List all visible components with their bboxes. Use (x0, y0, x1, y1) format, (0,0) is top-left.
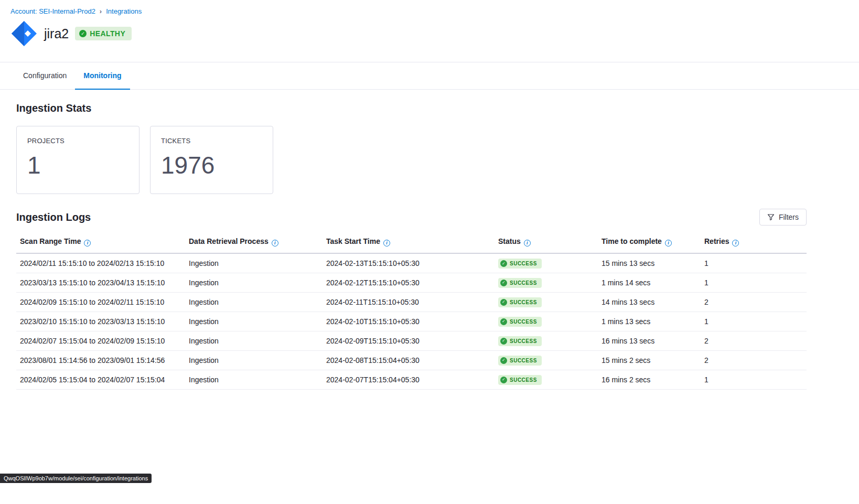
cell-time-to-complete: 16 mins 13 secs (602, 331, 704, 350)
status-badge-label: SUCCESS (510, 261, 537, 266)
cell-retries: 2 (704, 331, 807, 350)
cell-time-to-complete: 15 mins 2 secs (602, 350, 704, 370)
ingestion-logs-heading: Ingestion Logs (16, 211, 91, 223)
status-badge: ✓SUCCESS (498, 259, 542, 269)
cell-retries: 1 (704, 312, 807, 331)
check-circle-icon: ✓ (500, 377, 507, 383)
cell-task-start: 2024-02-11T15:15:10+05:30 (326, 292, 498, 312)
cell-time-to-complete: 1 mins 13 secs (602, 312, 704, 331)
health-badge-label: HEALTHY (90, 29, 125, 38)
integration-title-row: jira2 ✓ HEALTHY (10, 20, 849, 47)
page-title: jira2 (44, 26, 69, 41)
cell-process: Ingestion (189, 312, 326, 331)
tickets-stat-card: TICKETS 1976 (150, 126, 273, 194)
column-header-scan-range-time: Scan Range Timei (16, 233, 189, 253)
tab-configuration[interactable]: Configuration (15, 62, 75, 90)
check-circle-icon: ✓ (500, 357, 507, 364)
info-icon[interactable]: i (732, 240, 739, 246)
cell-process: Ingestion (189, 370, 326, 389)
status-badge-label: SUCCESS (510, 319, 537, 325)
chevron-right-icon: › (100, 7, 102, 15)
breadcrumb: Account: SEI-Internal-Prod2 › Integratio… (10, 7, 849, 15)
cell-retries: 2 (704, 292, 807, 312)
column-header-label: Time to complete (602, 237, 662, 245)
cell-time-to-complete: 16 mins 2 secs (602, 370, 704, 389)
cell-scan-range: 2024/02/11 15:15:10 to 2024/02/13 15:15:… (16, 253, 189, 273)
check-circle-icon: ✓ (500, 280, 507, 286)
cell-time-to-complete: 15 mins 13 secs (602, 253, 704, 273)
status-badge-label: SUCCESS (510, 299, 537, 305)
check-circle-icon: ✓ (500, 318, 507, 325)
cell-time-to-complete: 14 mins 13 secs (602, 292, 704, 312)
cell-scan-range: 2023/08/01 15:14:56 to 2023/09/01 15:14:… (16, 350, 189, 370)
cell-time-to-complete: 1 mins 14 secs (602, 273, 704, 292)
info-icon[interactable]: i (272, 240, 278, 246)
ingestion-stats-heading: Ingestion Stats (16, 102, 807, 114)
cell-task-start: 2024-02-09T15:15:10+05:30 (326, 331, 498, 350)
cell-status: ✓SUCCESS (498, 273, 602, 292)
check-circle-icon: ✓ (500, 338, 507, 345)
projects-stat-card: PROJECTS 1 (16, 126, 139, 194)
column-header-task-start-time: Task Start Timei (326, 233, 498, 253)
tab-monitoring[interactable]: Monitoring (75, 62, 130, 90)
cell-process: Ingestion (189, 292, 326, 312)
column-header-label: Data Retrieval Process (189, 237, 269, 245)
table-header-row: Scan Range TimeiData Retrieval ProcessiT… (16, 233, 807, 253)
url-status-bar: QwqOSlIWp9ob7w/module/sei/configuration/… (0, 474, 152, 483)
breadcrumb-integrations-link[interactable]: Integrations (106, 7, 142, 15)
log-row: 2024/02/09 15:15:10 to 2024/02/11 15:15:… (16, 292, 807, 312)
filters-button[interactable]: Filters (759, 209, 807, 226)
cell-scan-range: 2024/02/05 15:15:04 to 2024/02/07 15:15:… (16, 370, 189, 389)
status-badge: ✓SUCCESS (498, 356, 542, 366)
cell-task-start: 2024-02-12T15:15:10+05:30 (326, 273, 498, 292)
cell-retries: 2 (704, 350, 807, 370)
filters-button-label: Filters (779, 213, 799, 221)
stat-card-label: TICKETS (161, 137, 262, 145)
filter-icon (767, 213, 775, 221)
status-badge: ✓SUCCESS (498, 297, 542, 307)
status-badge-label: SUCCESS (510, 358, 537, 363)
ingestion-logs-header-row: Ingestion Logs Filters (16, 209, 807, 226)
info-icon[interactable]: i (383, 240, 390, 246)
cell-task-start: 2024-02-07T15:15:04+05:30 (326, 370, 498, 389)
log-row: 2024/02/07 15:15:04 to 2024/02/09 15:15:… (16, 331, 807, 350)
cell-retries: 1 (704, 370, 807, 389)
cell-process: Ingestion (189, 350, 326, 370)
status-badge-label: SUCCESS (510, 338, 537, 344)
cell-process: Ingestion (189, 253, 326, 273)
status-badge-label: SUCCESS (510, 377, 537, 383)
check-circle-icon: ✓ (79, 30, 87, 37)
log-row: 2023/08/01 15:14:56 to 2023/09/01 15:14:… (16, 350, 807, 370)
log-row: 2023/03/13 15:15:10 to 2023/04/13 15:15:… (16, 273, 807, 292)
stat-card-value: 1 (27, 151, 128, 179)
cell-status: ✓SUCCESS (498, 253, 602, 273)
cell-scan-range: 2024/02/07 15:15:04 to 2024/02/09 15:15:… (16, 331, 189, 350)
stat-card-value: 1976 (161, 151, 262, 179)
info-icon[interactable]: i (84, 240, 91, 246)
ingestion-stats-cards: PROJECTS 1 TICKETS 1976 (16, 126, 807, 194)
check-circle-icon: ✓ (500, 260, 507, 267)
status-badge: ✓SUCCESS (498, 317, 542, 327)
cell-status: ✓SUCCESS (498, 312, 602, 331)
stat-card-label: PROJECTS (27, 137, 128, 145)
cell-status: ✓SUCCESS (498, 370, 602, 389)
cell-scan-range: 2023/02/10 15:15:10 to 2023/03/13 15:15:… (16, 312, 189, 331)
info-icon[interactable]: i (665, 240, 672, 246)
cell-task-start: 2024-02-08T15:15:04+05:30 (326, 350, 498, 370)
info-icon[interactable]: i (524, 240, 531, 246)
tab-bar: Configuration Monitoring (0, 62, 859, 90)
log-row: 2023/02/10 15:15:10 to 2023/03/13 15:15:… (16, 312, 807, 331)
cell-retries: 1 (704, 253, 807, 273)
cell-retries: 1 (704, 273, 807, 292)
column-header-data-retrieval-process: Data Retrieval Processi (189, 233, 326, 253)
page-header: Account: SEI-Internal-Prod2 › Integratio… (0, 0, 859, 62)
cell-status: ✓SUCCESS (498, 331, 602, 350)
ingestion-logs-table: Scan Range TimeiData Retrieval ProcessiT… (16, 233, 807, 390)
status-badge: ✓SUCCESS (498, 336, 542, 346)
column-header-retries: Retriesi (704, 233, 807, 253)
jira-logo-icon (10, 20, 38, 47)
status-badge: ✓SUCCESS (498, 375, 542, 385)
cell-process: Ingestion (189, 273, 326, 292)
breadcrumb-account-link[interactable]: Account: SEI-Internal-Prod2 (10, 7, 95, 15)
cell-status: ✓SUCCESS (498, 292, 602, 312)
